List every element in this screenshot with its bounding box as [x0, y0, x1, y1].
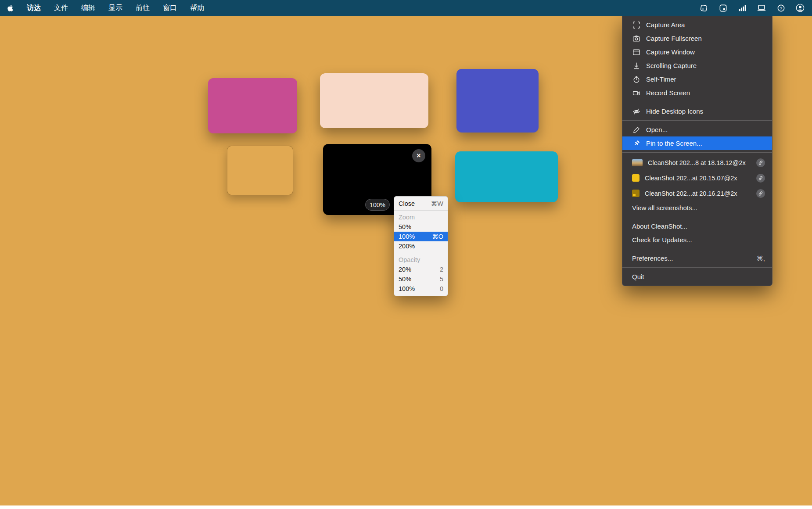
- menu-item-open[interactable]: Open...: [622, 123, 772, 136]
- menu-item-screenshot-3[interactable]: CleanShot 202...at 20.16.21@2x: [622, 186, 772, 201]
- menu-item-label: Capture Area: [646, 21, 685, 29]
- context-item-shortcut: ⌘O: [432, 233, 443, 240]
- pin-icon: [632, 139, 641, 148]
- menubar-item-view[interactable]: 显示: [108, 4, 122, 13]
- menubar: 访达 文件 编辑 显示 前往 窗口 帮助: [0, 0, 812, 16]
- input-source-icon[interactable]: [718, 3, 728, 13]
- context-item-shortcut: 0: [440, 285, 443, 292]
- pencil-icon: [632, 125, 641, 134]
- timer-icon: [632, 75, 641, 84]
- apple-menu-icon[interactable]: [7, 4, 14, 12]
- menubar-item-finder[interactable]: 访达: [27, 4, 41, 13]
- context-header-opacity: Opacity: [394, 255, 448, 265]
- context-item-shortcut: 5: [440, 276, 443, 283]
- svg-text:?: ?: [780, 5, 782, 10]
- separator: [622, 249, 772, 249]
- user-icon[interactable]: [795, 3, 805, 13]
- copy-link-icon[interactable]: [756, 189, 765, 198]
- context-item-label: 50%: [399, 223, 411, 230]
- menu-item-label: Preferences...: [632, 254, 673, 262]
- menubar-item-edit[interactable]: 编辑: [81, 4, 95, 13]
- context-item-shortcut: 2: [440, 266, 443, 273]
- help-icon[interactable]: ?: [776, 3, 786, 13]
- screen: 访达 文件 编辑 显示 前往 窗口 帮助: [0, 0, 812, 509]
- context-header-label: Opacity: [399, 256, 420, 263]
- context-item-zoom-50[interactable]: 50%: [394, 222, 448, 232]
- pinned-screenshot-pink[interactable]: [208, 78, 297, 133]
- screenshot-thumbnail: [632, 159, 643, 166]
- camera-icon: [632, 34, 641, 43]
- menu-item-about-cleanshot[interactable]: About CleanShot...: [622, 219, 772, 233]
- menu-item-label: Pin to the Screen...: [646, 140, 702, 147]
- context-item-zoom-200[interactable]: 200%: [394, 241, 448, 251]
- capture-area-icon: [632, 21, 641, 29]
- menu-item-self-timer[interactable]: Self-Timer: [622, 72, 772, 86]
- menu-item-label: Scrolling Capture: [646, 62, 697, 69]
- pinned-screenshot-tan[interactable]: [227, 146, 293, 195]
- menubar-item-file[interactable]: 文件: [54, 4, 68, 13]
- separator: [622, 102, 772, 102]
- menu-item-label: Open...: [646, 126, 668, 133]
- menu-item-record-screen[interactable]: Record Screen: [622, 86, 772, 100]
- menu-item-label: Self-Timer: [646, 75, 676, 83]
- window-icon: [632, 48, 641, 57]
- zoom-level-badge[interactable]: 100%: [365, 199, 390, 211]
- separator: [394, 253, 448, 253]
- menu-item-view-all-screenshots[interactable]: View all screenshots...: [622, 201, 772, 215]
- menu-item-screenshot-2[interactable]: CleanShot 202...at 20.15.07@2x: [622, 170, 772, 186]
- menu-item-quit[interactable]: Quit: [622, 270, 772, 283]
- context-item-label: 100%: [399, 233, 415, 240]
- screenshot-label: CleanShot 202...at 20.15.07@2x: [645, 175, 737, 182]
- pinned-screenshot-blue[interactable]: [456, 69, 539, 133]
- context-item-opacity-20[interactable]: 20% 2: [394, 265, 448, 274]
- separator: [394, 210, 448, 211]
- context-item-label: 100%: [399, 285, 415, 292]
- menubar-item-window[interactable]: 窗口: [163, 4, 177, 13]
- menu-item-capture-window[interactable]: Capture Window: [622, 45, 772, 59]
- menu-item-label: View all screenshots...: [632, 204, 697, 211]
- menu-item-screenshot-1[interactable]: CleanShot 202...8 at 18.18.12@2x: [622, 155, 772, 170]
- pinned-screenshot-teal[interactable]: [455, 151, 558, 202]
- copy-link-icon[interactable]: [756, 158, 765, 167]
- menu-item-capture-area[interactable]: Capture Area: [622, 18, 772, 32]
- context-item-opacity-100[interactable]: 100% 0: [394, 284, 448, 294]
- menubar-item-go[interactable]: 前往: [136, 4, 150, 13]
- separator: [622, 120, 772, 121]
- context-item-label: Close: [399, 200, 415, 207]
- close-pin-button[interactable]: ×: [412, 149, 425, 162]
- cleanshot-icon[interactable]: [699, 3, 708, 13]
- pin-context-menu: Close ⌘W Zoom 50% 100% ⌘O 200% Opacity: [394, 196, 448, 296]
- signal-bars-icon[interactable]: [737, 3, 747, 13]
- context-header-label: Zoom: [399, 214, 415, 221]
- pinned-screenshot-peach[interactable]: [320, 73, 428, 128]
- menu-item-hide-desktop-icons[interactable]: Hide Desktop Icons: [622, 104, 772, 118]
- context-header-zoom: Zoom: [394, 212, 448, 222]
- context-item-label: 20%: [399, 266, 411, 273]
- menubar-item-help[interactable]: 帮助: [190, 4, 204, 13]
- menu-item-label: Record Screen: [646, 89, 690, 97]
- menu-item-label: Check for Updates...: [632, 236, 692, 244]
- menu-item-label: Hide Desktop Icons: [646, 108, 703, 115]
- screenshot-thumbnail: [632, 174, 640, 182]
- context-item-zoom-100[interactable]: 100% ⌘O: [394, 232, 448, 241]
- context-item-opacity-50[interactable]: 50% 5: [394, 274, 448, 284]
- separator: [622, 267, 772, 268]
- scroll-arrow-icon: [632, 61, 641, 70]
- menu-item-label: Capture Fullscreen: [646, 35, 702, 42]
- menu-item-check-for-updates[interactable]: Check for Updates...: [622, 233, 772, 247]
- menu-item-capture-fullscreen[interactable]: Capture Fullscreen: [622, 32, 772, 45]
- context-item-close[interactable]: Close ⌘W: [394, 199, 448, 208]
- display-icon[interactable]: [757, 3, 766, 13]
- separator: [622, 217, 772, 217]
- desktop: 访达 文件 编辑 显示 前往 窗口 帮助: [0, 0, 812, 505]
- menu-item-label: Quit: [632, 273, 644, 280]
- context-item-shortcut: ⌘W: [431, 200, 443, 207]
- screenshot-thumbnail: [632, 190, 640, 197]
- copy-link-icon[interactable]: [756, 174, 765, 183]
- menu-item-label: Capture Window: [646, 48, 695, 56]
- menu-item-preferences[interactable]: Preferences... ⌘,: [622, 251, 772, 265]
- screenshot-label: CleanShot 202...at 20.16.21@2x: [645, 190, 737, 197]
- menu-item-pin-to-screen[interactable]: Pin to the Screen...: [622, 136, 772, 150]
- cleanshot-dropdown-menu: Capture Area Capture Fullscreen Capture …: [622, 16, 772, 286]
- menu-item-scrolling-capture[interactable]: Scrolling Capture: [622, 59, 772, 72]
